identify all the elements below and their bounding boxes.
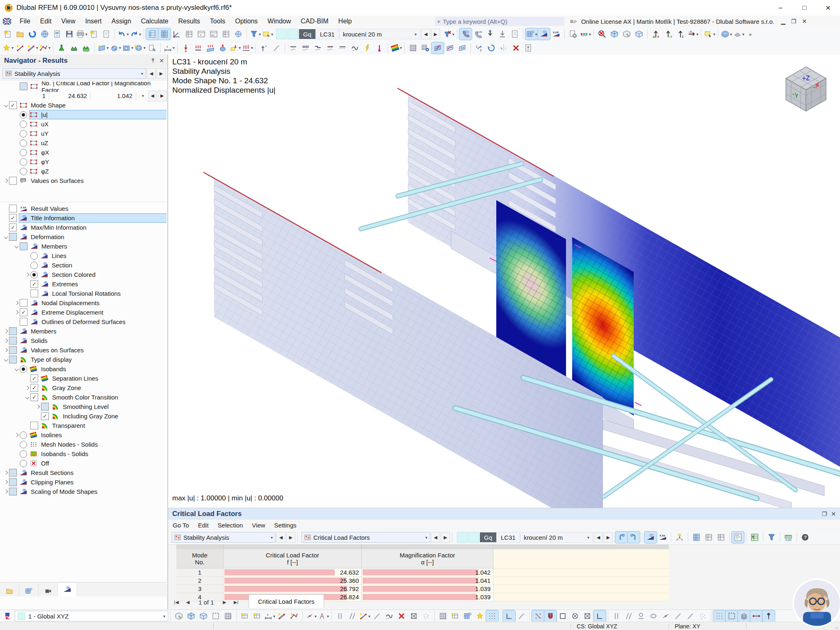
- radio-button[interactable]: [20, 168, 27, 175]
- export-excel-icon[interactable]: X: [749, 532, 761, 543]
- table-view-icon[interactable]: [220, 28, 232, 40]
- print-icon[interactable]: ▾: [75, 28, 88, 40]
- object-snap-icon[interactable]: [532, 610, 544, 622]
- edit-cs-icon[interactable]: [173, 610, 185, 622]
- model-viewport[interactable]: LC31 - kroucení 20 m Stability Analysis …: [168, 55, 840, 508]
- new-guide-poly-icon[interactable]: [288, 610, 300, 622]
- save-icon[interactable]: [63, 28, 75, 40]
- tree-item-max-min-information[interactable]: ✓Max/Min Information: [0, 223, 167, 232]
- more-tools-icon[interactable]: »: [745, 28, 757, 40]
- checkbox[interactable]: [9, 337, 17, 345]
- view-minus-x-icon[interactable]: -X▾: [687, 28, 699, 40]
- member-eccentricity-icon[interactable]: [312, 42, 324, 54]
- tree-item-isobands-solids[interactable]: Isobands - Solids: [0, 449, 167, 459]
- view-faces-icon[interactable]: [633, 28, 645, 40]
- previous-mode-button[interactable]: ◀: [148, 91, 157, 101]
- radio-button[interactable]: [20, 441, 27, 448]
- snap-perpendicular-icon[interactable]: [593, 610, 606, 622]
- child-restore-icon[interactable]: ❐: [791, 18, 797, 25]
- tree-item-off[interactable]: Off: [0, 459, 167, 468]
- model-3d[interactable]: [168, 55, 840, 508]
- member-load-icon[interactable]: [192, 42, 204, 54]
- panel-menu-edit[interactable]: Edit: [194, 520, 213, 530]
- display-layers-icon[interactable]: [738, 610, 750, 622]
- undo-icon[interactable]: ▾: [117, 28, 129, 40]
- tree-item-extreme-displacement[interactable]: ✓Extreme Displacement: [0, 308, 167, 317]
- table-row-mode-3[interactable]: 326.7921.039: [176, 585, 669, 593]
- load-combination-tag[interactable]: Gq: [299, 29, 315, 39]
- panel-float-icon[interactable]: ❐: [822, 511, 827, 517]
- chevron-right-icon[interactable]: [2, 330, 9, 333]
- free-load-icon[interactable]: ▾: [229, 42, 241, 54]
- tree-item-no-critical-load-factor-magnification-factor[interactable]: No. | Critical Load Factor | Magnificati…: [0, 82, 167, 91]
- tree-item-result-values[interactable]: x.xxResult Values: [0, 204, 167, 213]
- zoom-reset-icon[interactable]: [596, 28, 608, 40]
- tree-item-lines[interactable]: Lines: [0, 251, 167, 260]
- previous-load-case-button[interactable]: ◀: [594, 532, 603, 543]
- tree-item-transparent[interactable]: Transparent: [0, 421, 167, 430]
- new-node-icon[interactable]: ▾: [2, 42, 14, 54]
- panel-menu-goto[interactable]: Go To: [168, 520, 194, 530]
- snap-endpoint-icon[interactable]: [557, 610, 569, 622]
- new-table-entry-icon[interactable]: [239, 610, 251, 622]
- grid-points-icon[interactable]: [474, 610, 486, 622]
- table-row-mode-2[interactable]: 225.3601.041: [176, 577, 669, 585]
- tree-item-mode-shape[interactable]: ✓Mode Shape: [0, 100, 167, 110]
- snap-parallel-lines-icon[interactable]: [610, 610, 623, 622]
- mesh-settings-icon[interactable]: [407, 42, 419, 54]
- child-minimize-icon[interactable]: ▁: [781, 18, 785, 25]
- navigator-tab-results-navigator[interactable]: [58, 582, 77, 596]
- analysis-type-dropdown[interactable]: Stability Analysis ▾: [2, 68, 146, 79]
- radio-button[interactable]: [20, 431, 27, 439]
- next-analysis-button[interactable]: ▶: [286, 532, 295, 543]
- panel-analysis-dropdown[interactable]: Stability Analysis▾: [171, 532, 276, 543]
- tree-item-nodal-displacements[interactable]: Nodal Displacements: [0, 298, 167, 308]
- tree-item-x[interactable]: φX: [0, 148, 167, 157]
- panel-menu-settings[interactable]: Settings: [270, 520, 301, 530]
- grid-visibility-icon[interactable]: [437, 610, 449, 622]
- snap-intersection-icon[interactable]: [408, 610, 420, 622]
- tree-item-values-on-surfaces[interactable]: Values on Surfaces: [0, 345, 167, 355]
- render-wire-icon[interactable]: ▾: [733, 28, 745, 40]
- tree-item-y[interactable]: φY: [0, 157, 167, 167]
- menu-help[interactable]: Help: [333, 16, 357, 27]
- chevron-down-icon[interactable]: [13, 368, 20, 370]
- snap-quadrant-icon[interactable]: [647, 610, 660, 622]
- table-row-mode-1[interactable]: 124.6321.042: [176, 568, 669, 577]
- app-menu-icon[interactable]: [2, 17, 11, 25]
- surface-load-icon[interactable]: [204, 42, 217, 54]
- checkbox[interactable]: ✓: [41, 412, 49, 420]
- save-settings-icon[interactable]: [567, 28, 579, 40]
- checkbox[interactable]: [9, 205, 17, 212]
- grid-show-icon[interactable]: [461, 610, 474, 622]
- snap-point-icon[interactable]: ▾: [305, 610, 317, 622]
- snap-extension-icon[interactable]: [623, 610, 635, 622]
- menu-calculate[interactable]: Calculate: [136, 16, 173, 27]
- member-division-icon[interactable]: [324, 42, 336, 54]
- move-row-down-icon[interactable]: [628, 532, 640, 543]
- cs-grid-icon[interactable]: [222, 610, 234, 622]
- chevron-down-icon[interactable]: [13, 245, 20, 248]
- navigation-cube[interactable]: +Z -Y -X: [780, 63, 832, 114]
- calculation-params-icon[interactable]: [522, 42, 534, 54]
- window-next-icon[interactable]: »: [195, 28, 208, 40]
- navigator-tab-display-navigator[interactable]: [19, 584, 39, 596]
- radio-button[interactable]: [20, 149, 27, 156]
- section-plane-icon[interactable]: [431, 42, 444, 54]
- line-hinge-icon[interactable]: [299, 42, 312, 54]
- radio-button[interactable]: [20, 130, 27, 137]
- menu-insert[interactable]: Insert: [80, 16, 107, 27]
- radio-button[interactable]: [20, 139, 27, 147]
- load-combination-tag[interactable]: Gq: [480, 532, 496, 542]
- radio-button[interactable]: [20, 365, 27, 373]
- renumber-icon[interactable]: 12: [473, 42, 485, 54]
- tree-item-members[interactable]: Members: [0, 326, 167, 336]
- checkbox[interactable]: [9, 346, 17, 354]
- chevron-down-icon[interactable]: [24, 396, 30, 399]
- tree-item-section-colored[interactable]: Section Colored: [0, 270, 167, 279]
- edit-view-icon[interactable]: [621, 28, 633, 40]
- chevron-down-icon[interactable]: [2, 235, 9, 238]
- tree-item-gray-zone[interactable]: ✓Gray Zone: [0, 383, 167, 393]
- menu-cadbim[interactable]: CAD-BIM: [296, 16, 333, 27]
- tree-item-ux[interactable]: uX: [0, 119, 167, 129]
